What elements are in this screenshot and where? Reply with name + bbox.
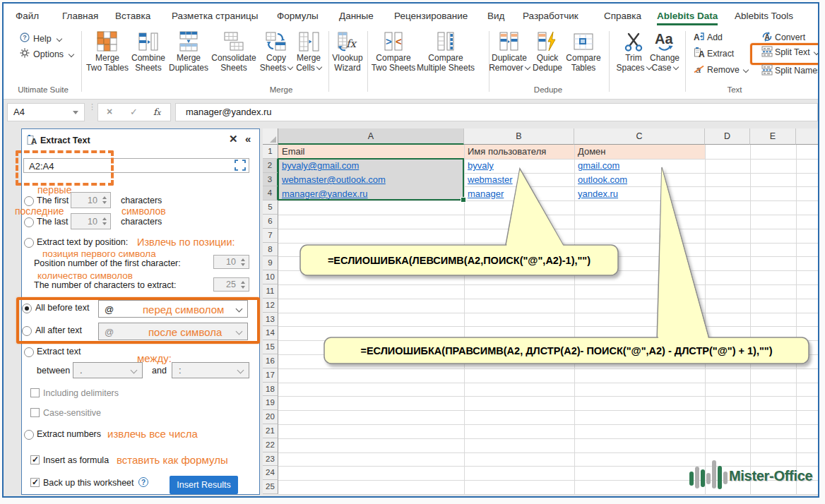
before-text-combo[interactable]: @ перед символом <box>98 300 248 318</box>
backup-checkbox[interactable] <box>30 478 40 487</box>
select-all-corner[interactable] <box>263 128 278 145</box>
row-header-18[interactable]: 18 <box>263 383 278 397</box>
extract-numbers-radio[interactable] <box>24 430 34 440</box>
compare-tables-button[interactable]: CompareTables <box>557 30 610 73</box>
column-header-b[interactable]: B <box>464 128 574 145</box>
row-header-23[interactable]: 23 <box>263 452 278 467</box>
tab-developer[interactable]: Разработчик <box>523 11 578 21</box>
cell-link[interactable]: manager <box>468 188 504 199</box>
row-header-24[interactable]: 24 <box>263 466 278 480</box>
cell-link[interactable]: gmail.com <box>578 160 619 171</box>
collapse-icon[interactable]: « <box>245 133 251 145</box>
cell-r4c2[interactable]: manager <box>464 186 574 200</box>
first-char-stepper[interactable]: 10 <box>213 255 249 269</box>
cell-link[interactable]: outlook.com <box>578 174 627 185</box>
cell-r2c3[interactable]: gmail.com <box>574 159 705 173</box>
row-header-21[interactable]: 21 <box>263 424 278 438</box>
tab-ablebits-data[interactable]: Ablebits Data <box>657 11 718 25</box>
extract-text-radio[interactable] <box>24 347 34 357</box>
row-header-11[interactable]: 11 <box>263 284 278 299</box>
column-header-d[interactable]: D <box>705 128 750 145</box>
row-header-13[interactable]: 13 <box>263 313 278 327</box>
after-text-combo[interactable]: @ после символа <box>98 323 248 340</box>
header-email[interactable]: Email <box>278 145 464 159</box>
between-combo[interactable]: . <box>73 362 143 378</box>
including-delimiters-checkbox[interactable] <box>30 388 40 397</box>
tab-file[interactable]: Файл <box>16 11 39 21</box>
add-button[interactable]: A Add <box>694 30 723 44</box>
selection-handle[interactable] <box>461 197 466 203</box>
all-after-radio[interactable] <box>22 326 32 336</box>
cell-r3c3[interactable]: outlook.com <box>574 173 705 187</box>
tab-data[interactable]: Данные <box>339 11 374 21</box>
position-radio[interactable] <box>24 238 34 248</box>
remove-button[interactable]: a Remove <box>694 63 748 77</box>
tab-insert[interactable]: Вставка <box>115 11 150 21</box>
change-case-button[interactable]: Aa ChangeCase <box>638 30 692 73</box>
first-radio[interactable] <box>24 196 34 206</box>
row-header-25[interactable]: 25 <box>263 480 278 494</box>
convert-button[interactable]: A Convert <box>761 30 805 44</box>
insert-results-button[interactable]: Insert Results <box>170 476 238 494</box>
tab-formulas[interactable]: Формулы <box>277 11 319 21</box>
cell-r3c2[interactable]: webmaster <box>464 173 574 187</box>
compare-multiple-sheets-button[interactable]: CompareMultiple Sheets <box>412 30 480 73</box>
last-count-stepper[interactable]: 10 <box>71 213 111 229</box>
row-header-9[interactable]: 9 <box>263 256 278 270</box>
row-header-3[interactable]: 3 <box>263 173 278 187</box>
split-names-button[interactable]: Split Names <box>761 64 819 78</box>
last-radio[interactable] <box>24 217 34 227</box>
split-text-button[interactable]: Split Text <box>761 45 819 59</box>
cell-r4c3[interactable]: yandex.ru <box>574 186 705 200</box>
row-header-14[interactable]: 14 <box>263 326 278 340</box>
options-button[interactable]: Options <box>20 48 73 60</box>
row-header-6[interactable]: 6 <box>263 215 278 229</box>
header-domain[interactable]: Домен <box>574 145 705 159</box>
help-circle-icon[interactable]: ? <box>138 477 148 487</box>
row-header-2[interactable]: 2 <box>263 159 278 173</box>
case-sensitive-checkbox[interactable] <box>30 408 40 417</box>
insert-function-icon[interactable]: fx <box>153 107 160 117</box>
cancel-icon[interactable]: × <box>107 106 112 117</box>
cell-link[interactable]: byvaly <box>468 160 494 171</box>
row-header-17[interactable]: 17 <box>263 368 278 383</box>
cell-link[interactable]: webmaster <box>468 174 513 185</box>
header-username[interactable]: Имя пользователя <box>464 145 574 159</box>
tab-home[interactable]: Главная <box>62 11 98 21</box>
and-combo[interactable]: : <box>172 362 249 378</box>
column-header-f[interactable] <box>796 128 819 145</box>
row-header-12[interactable]: 12 <box>263 299 278 313</box>
name-box-dropdown-icon[interactable] <box>73 111 78 114</box>
row-header-19[interactable]: 19 <box>263 396 278 410</box>
tab-ablebits-tools[interactable]: Ablebits Tools <box>735 11 793 21</box>
row-header-1[interactable]: 1 <box>263 145 278 159</box>
cell-r2c2[interactable]: byvaly <box>464 159 574 173</box>
formula-input[interactable]: manager@yandex.ru <box>175 103 818 121</box>
tab-view[interactable]: Вид <box>487 11 504 21</box>
row-header-5[interactable]: 5 <box>263 200 278 215</box>
row-header-15[interactable]: 15 <box>263 340 278 354</box>
all-before-radio[interactable] <box>22 304 32 313</box>
tab-help[interactable]: Справка <box>604 11 641 21</box>
char-count-stepper[interactable]: 25 <box>213 277 249 292</box>
column-header-a[interactable]: A <box>278 128 464 145</box>
tab-review[interactable]: Рецензирование <box>394 11 468 21</box>
extract-button[interactable]: A Extract <box>694 47 734 61</box>
row-header-8[interactable]: 8 <box>263 243 278 257</box>
select-range-icon[interactable] <box>235 160 246 174</box>
row-header-22[interactable]: 22 <box>263 438 278 452</box>
row-header-4[interactable]: 4 <box>263 186 278 200</box>
row-header-20[interactable]: 20 <box>263 410 278 424</box>
row-header-7[interactable]: 7 <box>263 229 278 243</box>
row-header-16[interactable]: 16 <box>263 354 278 368</box>
enter-icon[interactable]: ✓ <box>130 107 138 117</box>
close-icon[interactable]: ✕ <box>229 133 238 145</box>
row-header-10[interactable]: 10 <box>263 270 278 284</box>
help-button[interactable]: ? Help <box>20 32 61 44</box>
insert-as-formula-checkbox[interactable] <box>30 455 40 464</box>
cell-link[interactable]: yandex.ru <box>578 188 618 199</box>
column-header-e[interactable]: E <box>750 128 796 145</box>
column-header-c[interactable]: C <box>574 128 705 145</box>
tab-page-layout[interactable]: Разметка страницы <box>172 11 258 21</box>
name-box[interactable]: A4 <box>7 103 85 121</box>
